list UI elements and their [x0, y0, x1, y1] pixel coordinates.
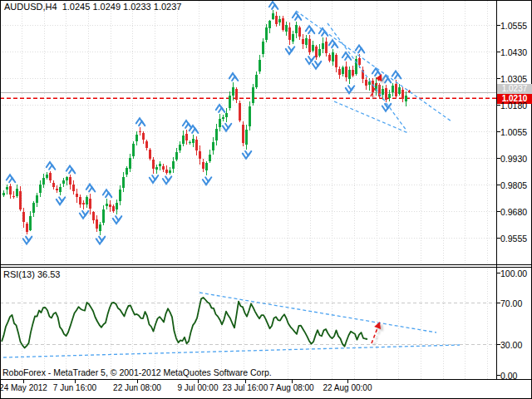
fractal-up-icon: [269, 2, 278, 9]
price-tick-label: 1.0555: [500, 21, 527, 31]
rsi-line: [2, 298, 367, 348]
fractal-down-icon: [150, 175, 159, 183]
fractal-down-icon: [57, 197, 66, 204]
fractal-up-icon: [47, 162, 56, 170]
fractal-down-icon: [113, 216, 122, 224]
fractal-down-icon: [203, 177, 212, 185]
fractal-up-icon: [216, 105, 225, 112]
current-price-marker: 1.0237: [497, 84, 532, 94]
fractal-up-icon: [372, 68, 382, 76]
fractal-up-icon: [229, 73, 239, 81]
fractal-arrows-layer: [7, 2, 401, 244]
fractal-up-icon: [329, 40, 338, 47]
rsi-wedge-lines[interactable]: [3, 293, 460, 357]
time-tick-label: 7 Jun 16:00: [40, 383, 110, 392]
fractal-up-icon: [103, 190, 112, 197]
fractal-up-icon: [183, 121, 192, 128]
rsi-tick-label: 0.00: [500, 371, 517, 381]
price-tick-label: 0.9680: [500, 207, 527, 217]
fractal-down-icon: [382, 104, 392, 111]
price-tick-label: 1.0180: [500, 101, 527, 111]
fractal-up-icon: [136, 118, 145, 126]
chart-window: AUDUSD,H4 1.0245 1.0249 1.0233 1.0237 RS…: [0, 0, 532, 399]
fractal-down-icon: [243, 151, 252, 159]
price-tick-label: 1.0305: [500, 74, 527, 84]
fractal-down-icon: [80, 211, 89, 219]
fractal-up-icon: [306, 26, 315, 33]
fractal-up-icon: [392, 71, 401, 78]
fractal-down-icon: [313, 62, 322, 69]
rsi-tick-label: 70.00: [500, 298, 522, 308]
fractal-up-icon: [7, 175, 15, 182]
rsi-tick-label: 30.00: [500, 340, 522, 350]
price-tick-label: 0.9930: [500, 154, 527, 164]
copyright-text: RoboForex - MetaTrader 5, © 2001-2012 Me…: [2, 367, 272, 377]
fractal-up-icon: [66, 165, 76, 173]
fractal-down-icon: [286, 47, 295, 54]
gridlines: [0, 1, 497, 379]
price-tick-label: 0.9805: [500, 180, 527, 190]
time-tick-label: 22 Jun 08:00: [102, 383, 172, 392]
time-tick-label: 22 Aug 00:00: [313, 383, 382, 392]
rsi-indicator-label: RSI(13) 36.53: [3, 269, 60, 279]
fractal-down-icon: [346, 86, 355, 93]
price-tick-label: 1.0055: [500, 127, 527, 137]
price-tick-label: 1.0430: [500, 47, 527, 57]
fractal-down-icon: [223, 124, 232, 131]
fractal-down-icon: [23, 237, 32, 244]
fractal-up-icon: [293, 12, 302, 20]
fractal-down-icon: [306, 57, 315, 64]
bullish-forecast-arrow-rsi[interactable]: [372, 322, 383, 346]
chart-canvas[interactable]: [0, 0, 532, 399]
fractal-down-icon: [163, 176, 172, 184]
rsi-tick-label: 100.00: [500, 268, 527, 278]
price-tick-label: 0.9555: [500, 234, 527, 244]
fractal-up-icon: [86, 185, 96, 192]
chart-title: AUDUSD,H4 1.0245 1.0249 1.0233 1.0237: [4, 2, 181, 12]
